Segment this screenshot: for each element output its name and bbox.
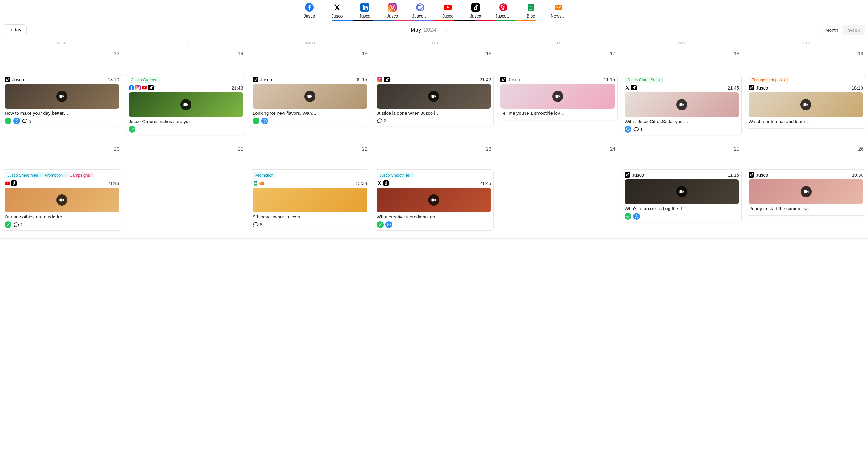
post-card[interactable]: Jusco Greens21:43Jusco Greens makes sure… [126, 74, 246, 135]
view-month-button[interactable]: Month [820, 25, 843, 35]
status-row: 3 [5, 118, 119, 124]
post-card[interactable]: Jusco19:30Ready to start the summer wi… [746, 169, 866, 216]
status-row [253, 118, 367, 124]
post-time: 18:10 [107, 77, 119, 82]
post-card[interactable]: Jusco SmoothiesPromotionCampaigns21:43Ou… [2, 169, 122, 231]
calendar-cell[interactable]: 25Jusco11:15Who's a fan of starting the … [620, 143, 744, 239]
calendar-cell[interactable]: 18Jusco Citrus Soda21:45With #JuscoCitru… [620, 48, 744, 143]
tiktok-icon [500, 76, 506, 82]
calendar-cell[interactable]: 19Engagement postsJusco18:10Watch our tu… [744, 48, 868, 143]
svg-rect-40 [680, 103, 683, 106]
weekday-label: SUN [744, 38, 868, 48]
channel-docs[interactable]: Blog [523, 3, 539, 19]
calendar-cell[interactable]: 20Jusco SmoothiesPromotionCampaigns21:43… [0, 143, 124, 239]
channel-label: Jusco [387, 13, 398, 19]
approved-icon [377, 221, 383, 228]
calendar-cell[interactable]: 23Jusco Smoothies21:45What creative ingr… [372, 143, 496, 239]
calendar-cell[interactable]: 15Jusco09:15Looking for new flavors. Wan… [248, 48, 372, 143]
calendar-cell[interactable]: 1621:42Justice is done when Jusco i…2 [372, 48, 496, 143]
post-card[interactable]: 21:42Justice is done when Jusco i…2 [374, 74, 494, 127]
today-button[interactable]: Today [3, 24, 27, 35]
post-caption: Ready to start the summer wi… [749, 206, 863, 211]
approved-icon [129, 126, 135, 133]
status-row [129, 126, 243, 133]
month-year-label: May 2024 [411, 27, 436, 33]
post-time: 21:45 [727, 85, 739, 91]
channel-label: Jusco … [412, 13, 428, 19]
channel-x[interactable]: Jusco [329, 3, 345, 19]
status-row: 2 [377, 118, 491, 124]
prev-month-arrow[interactable]: ← [397, 26, 406, 34]
status-row [377, 221, 491, 228]
svg-point-23 [138, 87, 139, 87]
svg-rect-51 [259, 182, 264, 185]
post-card[interactable]: Jusco Smoothies21:45What creative ingred… [374, 169, 494, 231]
approved-icon [5, 221, 11, 228]
calendar-cell[interactable]: 21 [124, 143, 248, 239]
calendar-cell[interactable]: 17Jusco11:15Tell me you're a smoothie lo… [496, 48, 620, 143]
post-caption: SJ: new flavour in town [253, 214, 367, 219]
day-number: 17 [498, 51, 618, 59]
weekday-label: TUE [124, 38, 248, 48]
weekday-label: MON [0, 38, 124, 48]
day-number: 24 [498, 146, 618, 154]
post-caption: Tell me you're a smoothie lov… [500, 110, 615, 116]
post-card[interactable]: Jusco09:15Looking for new flavors. Wan… [250, 74, 370, 127]
svg-rect-54 [432, 199, 435, 201]
channel-instagram[interactable]: Jusco [384, 3, 400, 19]
facebook-icon [305, 3, 314, 12]
video-icon [428, 91, 439, 102]
post-caption: What creative ingredients do… [377, 214, 491, 219]
comment-count: 6 [253, 221, 262, 227]
channel-label: Jusco [304, 13, 315, 19]
post-card[interactable]: Jusco11:15Tell me you're a smoothie lov… [498, 74, 618, 120]
tiktok-icon [749, 172, 754, 177]
comment-count: 1 [633, 126, 643, 132]
channel-mail[interactable]: Newsl… [551, 3, 567, 19]
x-icon [377, 180, 382, 186]
channel-label: Jusco [359, 13, 371, 19]
post-tag: Jusco Citrus Soda [624, 76, 663, 83]
calendar-cell[interactable]: 13Jusco18:10How to make your day better…… [0, 48, 124, 143]
approved-icon [5, 118, 11, 124]
post-tag: Jusco Greens [129, 76, 159, 83]
approved-icon [624, 213, 631, 220]
tiktok-icon [11, 180, 17, 186]
calendar-cell[interactable]: 26Jusco19:30Ready to start the summer wi… [744, 143, 868, 239]
comment-count: 2 [377, 118, 386, 124]
status-row: 1 [624, 126, 739, 133]
post-card[interactable]: Jusco18:10How to make your day better…3 [2, 74, 122, 127]
post-time: 21:45 [479, 181, 491, 186]
svg-rect-30 [377, 76, 382, 82]
video-icon [676, 99, 687, 110]
tiktok-icon [749, 85, 754, 91]
channel-tiktok[interactable]: Jusco [468, 3, 484, 19]
post-card[interactable]: Promotion15:38SJ: new flavour in town6 [250, 169, 370, 230]
channel-google[interactable]: Jusco … [412, 3, 428, 19]
calendar-cell[interactable]: 24 [496, 143, 620, 239]
day-number: 20 [2, 146, 122, 154]
status-row [624, 213, 739, 220]
post-card[interactable]: Engagement postsJusco18:10Watch our tuto… [746, 74, 866, 129]
calendar-cell[interactable]: 14Jusco Greens21:43Jusco Greens makes su… [124, 48, 248, 143]
svg-rect-14 [529, 9, 532, 9]
channel-linkedin[interactable]: Jusco [357, 3, 373, 19]
channel-youtube[interactable]: Jusco [440, 3, 456, 19]
youtube-icon [443, 3, 452, 12]
channel-label: Newsl… [551, 13, 567, 19]
comment-count: 3 [22, 118, 31, 124]
post-card[interactable]: Jusco11:15Who's a fan of starting the d… [622, 169, 742, 223]
channel-pinterest[interactable]: Jusco … [495, 3, 511, 19]
post-card[interactable]: Jusco Citrus Soda21:45With #JuscoCitrusS… [622, 74, 742, 135]
post-caption: Watch our tutorial and learn … [749, 119, 863, 124]
view-week-button[interactable]: Week [843, 25, 865, 35]
channel-facebook[interactable]: Jusco [301, 3, 317, 19]
post-caption: Who's a fan of starting the d… [624, 206, 739, 211]
instagram-icon [388, 3, 397, 12]
account-name: Jusco [12, 77, 24, 82]
post-time: 15:38 [355, 181, 367, 186]
next-month-arrow[interactable]: → [441, 26, 450, 34]
svg-rect-37 [556, 95, 559, 98]
post-tag: Engagement posts [749, 76, 787, 83]
calendar-cell[interactable]: 22Promotion15:38SJ: new flavour in town6 [248, 143, 372, 239]
